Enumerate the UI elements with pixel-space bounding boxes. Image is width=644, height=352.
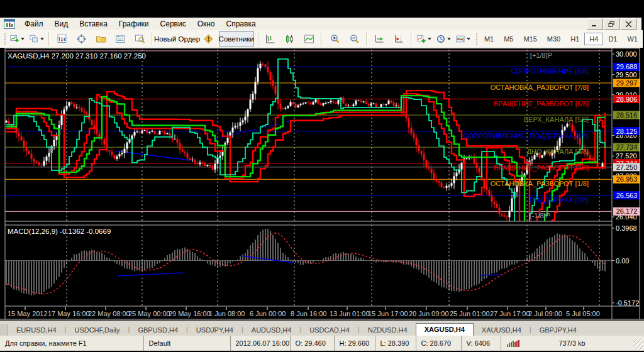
periods-button[interactable] bbox=[435, 31, 453, 47]
menu-item[interactable]: Справка bbox=[221, 18, 262, 30]
time-axis-label: 6 Jun 00:00 bbox=[250, 310, 286, 317]
time-axis-label: 25 Jun 01:00 bbox=[450, 310, 490, 317]
timeframe-m5[interactable]: M5 bbox=[499, 33, 518, 45]
timeframe-m30[interactable]: M30 bbox=[542, 33, 565, 45]
svg-text:28.516: 28.516 bbox=[616, 111, 638, 119]
timeframe-m15[interactable]: M15 bbox=[518, 33, 541, 45]
time-axis-label: 2 Jul 09:00 bbox=[528, 310, 562, 317]
data-window-button[interactable] bbox=[72, 31, 91, 47]
chart-shift-button[interactable] bbox=[390, 31, 408, 47]
close-button[interactable] bbox=[621, 18, 636, 30]
line-chart-icon bbox=[304, 34, 314, 44]
new-chart-button[interactable] bbox=[8, 31, 26, 47]
zoom-in-button[interactable] bbox=[326, 31, 344, 47]
menu-item[interactable]: Файл bbox=[19, 18, 49, 30]
chart-tab[interactable]: GBPJPY,H4 bbox=[531, 324, 585, 336]
market-watch-icon bbox=[57, 34, 67, 44]
timeframe-h4[interactable]: H4 bbox=[584, 33, 603, 45]
strategy-tester-button[interactable] bbox=[131, 31, 149, 47]
chart-tab[interactable]: XAUUSD,H4 bbox=[474, 324, 530, 336]
status-volume: V: 6406 bbox=[461, 336, 501, 351]
status-high: H: 29.660 bbox=[334, 336, 375, 351]
macd-axis-label: 0.3968 bbox=[616, 224, 637, 232]
chart-tab[interactable]: NZDUSD,H4 bbox=[360, 324, 416, 336]
window-controls bbox=[587, 18, 641, 30]
svg-text:26.563: 26.563 bbox=[616, 192, 638, 199]
menu-item[interactable]: Графики bbox=[113, 18, 155, 30]
experts-label: Советники bbox=[219, 35, 254, 43]
profiles-icon bbox=[30, 34, 38, 44]
chart-canvas[interactable]: [+1/8]PСОПРОТИВЛЕНИЕ [8/8]ОСТАНОВКА_РАЗВ… bbox=[0, 48, 644, 321]
murrey-level-label: ПОДДЕРЖКА [0/8] bbox=[530, 196, 589, 204]
line-chart-mode-button[interactable] bbox=[300, 31, 318, 47]
svg-text:26.172: 26.172 bbox=[616, 207, 638, 215]
navigator-button[interactable] bbox=[92, 31, 110, 47]
indicators-button[interactable] bbox=[415, 31, 433, 47]
svg-text:27.250: 27.250 bbox=[616, 163, 638, 171]
profiles-button[interactable] bbox=[28, 31, 46, 47]
macd-axis-label: -0.5172 bbox=[616, 299, 639, 307]
timeframe-h1[interactable]: H1 bbox=[565, 33, 584, 45]
terminal-button[interactable] bbox=[111, 31, 130, 47]
menu-item[interactable]: Вид bbox=[49, 18, 74, 30]
new-order-button[interactable]: Новый Ордер bbox=[156, 31, 198, 47]
murrey-level-label: ДНО_КАНАЛА [3/8] bbox=[527, 148, 589, 155]
chart-tab[interactable]: USDCAD,H4 bbox=[301, 324, 358, 336]
chart-tab[interactable]: USDCHF,Daily bbox=[66, 324, 128, 336]
macd-axis-label: 0.00 bbox=[616, 257, 629, 265]
status-close: C: 28.670 bbox=[416, 336, 461, 351]
tester-magnifier-icon bbox=[135, 34, 145, 44]
menu-item[interactable]: Окно bbox=[192, 18, 221, 30]
toolbar-grip[interactable] bbox=[257, 32, 259, 46]
toolbar-grip[interactable] bbox=[3, 32, 6, 46]
chart-shift-icon bbox=[394, 34, 404, 44]
candlestick-icon bbox=[284, 34, 295, 44]
dropdown-caret-icon bbox=[428, 38, 431, 40]
status-traffic: 737/3 kb bbox=[559, 339, 586, 347]
zoom-in-icon bbox=[330, 34, 340, 44]
chart-tab[interactable]: USDJPY,H4 bbox=[188, 324, 242, 336]
svg-text:29.688: 29.688 bbox=[616, 63, 638, 70]
chart-tab[interactable]: AUDUSD,H4 bbox=[243, 324, 300, 336]
murrey-level-label: ВЕРХ_КАНАЛА [5/8] bbox=[524, 116, 589, 123]
minimize-button[interactable] bbox=[587, 18, 602, 30]
terminal-icon bbox=[115, 34, 126, 44]
price-axis-label: 27.520 bbox=[616, 152, 637, 160]
templates-button[interactable] bbox=[454, 31, 472, 47]
new-chart-icon bbox=[10, 34, 19, 44]
timeframe-m1[interactable]: M1 bbox=[479, 33, 499, 45]
chart-tab[interactable]: EURUSD,H4 bbox=[8, 324, 65, 336]
chart-tab[interactable]: XAGUSD,H4 bbox=[416, 323, 474, 336]
menu-item[interactable]: Вставка bbox=[74, 18, 113, 30]
time-axis-label: 29 May 16:00 bbox=[169, 310, 211, 317]
dropdown-caret-icon bbox=[467, 38, 470, 40]
menu-item[interactable]: Сервис bbox=[155, 18, 192, 30]
close-icon bbox=[625, 21, 632, 27]
auto-scroll-icon bbox=[374, 34, 385, 44]
indicators-icon bbox=[417, 34, 426, 44]
zoom-out-button[interactable] bbox=[345, 31, 364, 47]
bar-chart-mode-button[interactable] bbox=[261, 31, 279, 47]
murrey-level-label: ОСТАНОВКА_РАЗВОРОТ [7/8] bbox=[491, 84, 589, 91]
status-connection: 737/3 kb bbox=[501, 336, 644, 351]
templates-icon bbox=[456, 34, 465, 44]
toolbar-separator bbox=[48, 32, 50, 46]
clock-icon bbox=[436, 34, 445, 44]
alert-button[interactable] bbox=[199, 31, 218, 47]
expert-advisors-button[interactable]: Советники bbox=[219, 31, 254, 47]
resize-grip-icon[interactable] bbox=[633, 339, 643, 349]
restore-button[interactable] bbox=[604, 18, 619, 30]
candlestick-mode-button[interactable] bbox=[280, 31, 299, 47]
chart-tab[interactable]: GBPUSD,H4 bbox=[130, 324, 186, 336]
dropdown-caret-icon bbox=[21, 38, 25, 40]
toolbar-grip[interactable] bbox=[475, 32, 477, 46]
auto-scroll-button[interactable] bbox=[370, 31, 389, 47]
time-axis-label: 25 May 00:00 bbox=[128, 310, 170, 317]
timeframe-buttons: M1M5M15M30H1H4D1W1 bbox=[479, 33, 643, 45]
timeframe-d1[interactable]: D1 bbox=[603, 33, 622, 45]
murrey-level-label: СОПРОТИВЛЕНИЕ_ПОДДЕРЖКА [4/8] bbox=[463, 132, 589, 140]
market-watch-button[interactable] bbox=[53, 31, 71, 47]
timeframe-w1[interactable]: W1 bbox=[622, 33, 643, 45]
crosshair-icon bbox=[76, 34, 87, 44]
macd-title: MACD(12,26,9) -0.1362 -0.0669 bbox=[8, 228, 111, 235]
